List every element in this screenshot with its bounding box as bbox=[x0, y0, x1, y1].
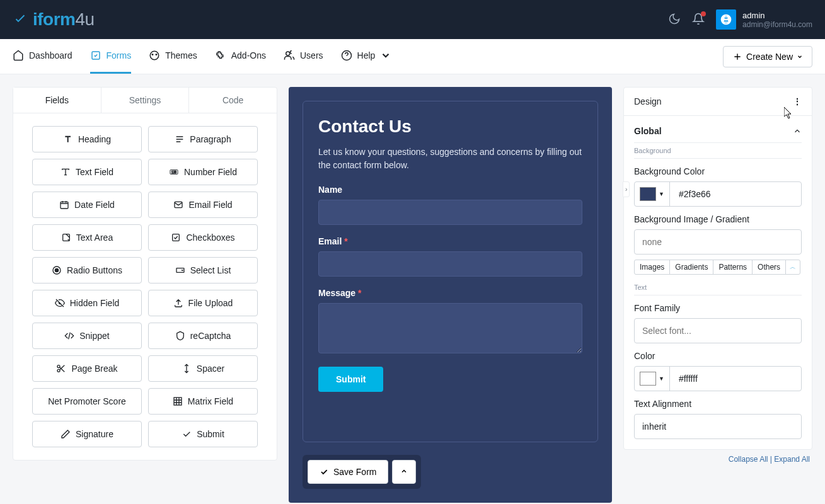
field-text[interactable]: Text Field bbox=[32, 159, 142, 185]
chevron-down-icon bbox=[797, 54, 803, 60]
text-color-swatch bbox=[640, 372, 656, 386]
field-hidden[interactable]: Hidden Field bbox=[32, 290, 142, 316]
field-signature[interactable]: Signature bbox=[32, 421, 142, 447]
navbar: Dashboard Forms Themes Add-Ons Users Hel… bbox=[0, 39, 825, 74]
svg-point-7 bbox=[286, 52, 290, 55]
text-subheading: Text bbox=[634, 284, 802, 295]
field-email[interactable]: Email Field bbox=[148, 192, 258, 218]
form-title: Contact Us bbox=[318, 117, 582, 137]
save-form-dropdown[interactable] bbox=[392, 460, 416, 484]
design-menu-icon[interactable]: ⋮ bbox=[793, 96, 802, 106]
home-icon bbox=[13, 50, 24, 61]
puzzle-icon bbox=[215, 50, 226, 61]
field-snippet[interactable]: Snippet bbox=[32, 323, 142, 349]
field-spacer[interactable]: Spacer bbox=[148, 355, 258, 382]
tab-settings[interactable]: Settings bbox=[101, 88, 190, 113]
tag-images[interactable]: Images bbox=[634, 260, 670, 275]
logo-check-icon bbox=[13, 12, 28, 27]
collapse-all-link[interactable]: Collapse All bbox=[729, 455, 768, 464]
name-label: Name bbox=[318, 185, 582, 195]
field-number[interactable]: 123Number Field bbox=[148, 159, 258, 185]
svg-point-18 bbox=[57, 365, 60, 368]
svg-point-6 bbox=[156, 54, 157, 55]
nav-users[interactable]: Users bbox=[284, 39, 323, 74]
field-checkboxes[interactable]: Checkboxes bbox=[148, 224, 258, 251]
collapse-expand-row: Collapse All | Expand All bbox=[623, 450, 812, 464]
text-color-picker[interactable]: ▼ #ffffff bbox=[634, 366, 802, 391]
nav-dashboard[interactable]: Dashboard bbox=[13, 39, 72, 74]
notifications-icon[interactable] bbox=[692, 13, 705, 27]
field-matrix[interactable]: Matrix Field bbox=[148, 388, 258, 415]
chevron-up-icon bbox=[793, 127, 802, 135]
font-family-select[interactable] bbox=[634, 318, 802, 343]
field-paragraph[interactable]: Paragraph bbox=[148, 126, 258, 152]
svg-rect-20 bbox=[174, 398, 182, 405]
bg-color-label: Background Color bbox=[634, 166, 802, 176]
bg-color-swatch bbox=[640, 187, 656, 201]
logo[interactable]: iform4u bbox=[13, 9, 95, 30]
text-field-icon bbox=[61, 167, 71, 177]
field-recaptcha[interactable]: reCaptcha bbox=[148, 323, 258, 349]
tag-collapse[interactable]: ︿ bbox=[785, 260, 800, 275]
grid-icon bbox=[173, 396, 183, 406]
message-label: Message * bbox=[318, 288, 582, 298]
message-textarea[interactable] bbox=[318, 303, 582, 353]
spacer-icon bbox=[182, 364, 192, 374]
font-family-label: Font Family bbox=[634, 303, 802, 313]
tag-others[interactable]: Others bbox=[752, 260, 786, 275]
text-color-value[interactable]: #ffffff bbox=[670, 367, 801, 391]
form-card[interactable]: Contact Us Let us know your questions, s… bbox=[303, 101, 598, 442]
field-submit[interactable]: Submit bbox=[148, 421, 258, 447]
email-label: Email * bbox=[318, 236, 582, 246]
dark-mode-icon[interactable] bbox=[668, 13, 681, 27]
field-date[interactable]: Date Field bbox=[32, 192, 142, 218]
text-align-select[interactable] bbox=[634, 414, 802, 439]
field-radio[interactable]: Radio Buttons bbox=[32, 257, 142, 284]
user-menu[interactable]: admin admin@iform4u.com bbox=[716, 9, 812, 30]
tag-gradients[interactable]: Gradients bbox=[669, 260, 713, 275]
chevron-down-icon bbox=[380, 50, 391, 61]
form-description: Let us know your questions, suggestions … bbox=[318, 146, 582, 172]
expand-panel-handle[interactable]: › bbox=[623, 181, 630, 197]
field-textarea[interactable]: Text Area bbox=[32, 224, 142, 251]
heading-icon bbox=[63, 134, 73, 144]
topbar: iform4u admin admin@iform4u.com bbox=[0, 0, 825, 39]
svg-text:123: 123 bbox=[171, 171, 176, 174]
number-field-icon: 123 bbox=[169, 167, 179, 177]
field-file[interactable]: File Upload bbox=[148, 290, 258, 316]
create-new-button[interactable]: Create New bbox=[723, 46, 812, 67]
shield-icon bbox=[175, 331, 185, 341]
user-email: admin@iform4u.com bbox=[742, 20, 812, 29]
nav-themes[interactable]: Themes bbox=[149, 39, 197, 74]
notification-dot bbox=[701, 11, 706, 16]
form-icon bbox=[90, 50, 101, 61]
bg-color-picker[interactable]: ▼ #2f3e66 bbox=[634, 181, 802, 207]
svg-point-5 bbox=[152, 54, 153, 55]
bg-color-value[interactable]: #2f3e66 bbox=[670, 182, 801, 206]
chevron-up-icon bbox=[400, 467, 408, 475]
scissors-icon bbox=[56, 364, 66, 374]
nav-help[interactable]: Help bbox=[341, 39, 392, 74]
form-submit-button[interactable]: Submit bbox=[318, 367, 383, 392]
nav-addons[interactable]: Add-Ons bbox=[215, 39, 266, 74]
help-icon bbox=[341, 50, 352, 61]
field-heading[interactable]: Heading bbox=[32, 126, 142, 152]
expand-all-link[interactable]: Expand All bbox=[774, 455, 810, 464]
field-nps[interactable]: Net Promoter Score bbox=[32, 388, 142, 415]
field-select[interactable]: Select List bbox=[148, 257, 258, 284]
bg-image-input[interactable] bbox=[634, 229, 802, 255]
name-input[interactable] bbox=[318, 200, 582, 225]
save-form-button[interactable]: Save Form bbox=[308, 460, 388, 484]
text-color-label: Color bbox=[634, 351, 802, 361]
pen-icon bbox=[61, 429, 71, 439]
field-pagebreak[interactable]: Page Break bbox=[32, 355, 142, 382]
calendar-icon bbox=[59, 200, 69, 210]
nav-forms[interactable]: Forms bbox=[90, 39, 132, 74]
section-global[interactable]: Global bbox=[634, 126, 802, 143]
tab-fields[interactable]: Fields bbox=[13, 88, 101, 113]
tab-code[interactable]: Code bbox=[189, 88, 277, 113]
email-input[interactable] bbox=[318, 251, 582, 277]
fields-panel: Fields Settings Code Heading Paragraph T… bbox=[13, 87, 277, 461]
bg-image-label: Background Image / Gradient bbox=[634, 214, 802, 224]
tag-patterns[interactable]: Patterns bbox=[713, 260, 753, 275]
